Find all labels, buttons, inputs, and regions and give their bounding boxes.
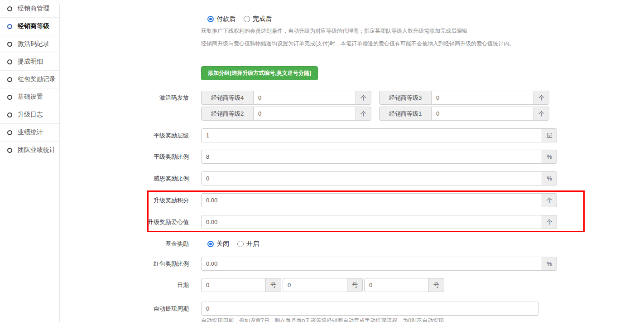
field-label-upgrade-love: 升级奖励爱心值 [128, 215, 189, 229]
add-group-button[interactable]: 添加分组[选择升级方式编号,英文逗号分隔] [201, 66, 318, 80]
upgrade-points-group: 个 [201, 193, 557, 207]
hint-auto-withdraw: 自动提现周期，例如设置7日，则在每月每n天该等级经销商自动完成手动提现流程。为0… [201, 317, 444, 322]
activation-level2-input[interactable] [253, 107, 356, 121]
circle-icon [7, 77, 12, 82]
upgrade-love-input[interactable] [201, 215, 542, 229]
sidebar-item-basic-settings[interactable]: 基础设置 [0, 88, 59, 106]
radio-unchecked-icon[interactable] [244, 16, 250, 22]
addon-level3-label: 经销商等级3 [379, 91, 432, 105]
day-addon: 号 [265, 278, 281, 292]
sidebar: 经销商管理 经销商等级 激活码记录 提成明细 红包奖励记录 基础设置 升级日志 [0, 0, 60, 322]
activation-level1-input[interactable] [431, 107, 534, 121]
sidebar-item-label: 经销商等级 [18, 22, 49, 30]
date-group-3: 号 [364, 278, 444, 292]
field-label-auto-withdraw: 自动提现周期 [128, 302, 189, 316]
radio-label: 关闭 [216, 240, 229, 248]
unit-addon: 个 [542, 215, 557, 229]
sidebar-item-team-performance-stats[interactable]: 团队业绩统计 [0, 141, 59, 159]
radio-option-paid-after[interactable]: 付款后 [207, 15, 235, 23]
date-group-1: 号 [201, 278, 281, 292]
date-group-2: 号 [283, 278, 363, 292]
unit-addon: 个 [533, 107, 549, 121]
date-input-1[interactable] [201, 278, 266, 292]
addon-level1-label: 经销商等级1 [379, 107, 432, 121]
addon-level2-label: 经销商等级2 [201, 107, 254, 121]
radio-checked-icon[interactable] [207, 16, 214, 22]
sidebar-item-label: 红包奖励记录 [18, 75, 56, 83]
sidebar-item-commission-details[interactable]: 提成明细 [0, 53, 59, 71]
sidebar-item-label: 团队业绩统计 [18, 146, 56, 154]
radio-checked-icon[interactable] [207, 241, 214, 247]
gratitude-ratio-group: % [201, 171, 557, 185]
sidebar-item-redpacket-reward-records[interactable]: 红包奖励记录 [0, 71, 59, 88]
peer-ratio-input[interactable] [201, 150, 542, 164]
percent-addon: % [542, 171, 557, 185]
sidebar-item-dealer-management[interactable]: 经销商管理 [0, 0, 59, 18]
radio-label: 付款后 [216, 15, 235, 23]
radio-label: 完成后 [253, 15, 272, 23]
field-label-gratitude-ratio: 感恩奖励比例 [128, 171, 189, 185]
radio-option-open[interactable]: 开启 [237, 240, 259, 248]
activation-group-level3: 经销商等级3 个 [379, 91, 549, 105]
unit-addon: 个 [356, 91, 371, 105]
circle-icon [7, 148, 12, 153]
sidebar-item-upgrade-log[interactable]: 升级日志 [0, 106, 59, 124]
peer-level-group: 层 [201, 128, 557, 142]
date-input-3[interactable] [364, 278, 429, 292]
percent-addon: % [542, 150, 557, 164]
circle-icon [7, 95, 12, 100]
sidebar-item-performance-stats[interactable]: 业绩统计 [0, 124, 59, 141]
circle-icon [7, 59, 12, 64]
activation-group-level4: 经销商等级4 个 [201, 91, 371, 105]
unit-addon: 层 [542, 128, 557, 142]
fund-reward-radio-group: 关闭 开启 [207, 237, 259, 251]
auto-withdraw-group [201, 302, 539, 316]
field-label-peer-level: 平级奖励层级 [128, 128, 189, 142]
activation-group-level2: 经销商等级2 个 [201, 107, 371, 121]
circle-icon [7, 24, 12, 29]
upgrade-love-group: 个 [201, 215, 557, 229]
auto-withdraw-input[interactable] [201, 302, 539, 316]
field-label-upgrade-points: 升级奖励积分 [128, 193, 189, 207]
sidebar-item-label: 激活码记录 [18, 40, 49, 48]
circle-icon [7, 6, 12, 11]
radio-label: 开启 [246, 240, 259, 248]
peer-level-input[interactable] [201, 128, 542, 142]
main-content: 付款后 完成后 获取推广下线权利的会员达到条件，自动升级为对应等级的代理商；指定… [60, 0, 644, 322]
day-addon: 号 [428, 278, 444, 292]
hint-upgrade-condition: 获取推广下线权利的会员达到条件，自动升级为对应等级的代理商；指定某团队等级人数升… [201, 27, 467, 35]
activation-level4-input[interactable] [253, 91, 356, 105]
hint-love-value-note: 经销商升级与爱心值购物赠送均设置为订单完成(支付)时，本笔订单赠送的爱心值有可能… [201, 40, 514, 48]
sidebar-item-label: 升级日志 [18, 111, 43, 119]
peer-ratio-group: % [201, 150, 557, 164]
sidebar-item-label: 业绩统计 [18, 128, 43, 137]
unit-addon: 个 [533, 91, 549, 105]
app-window: 经销商管理 经销商等级 激活码记录 提成明细 红包奖励记录 基础设置 升级日志 [0, 0, 644, 322]
sidebar-item-label: 经销商管理 [18, 5, 49, 13]
circle-icon [7, 112, 12, 117]
sidebar-item-label: 提成明细 [18, 58, 43, 66]
sidebar-item-label: 基础设置 [18, 93, 43, 101]
activation-group-level1: 经销商等级1 个 [379, 107, 549, 121]
field-label-fund-reward: 基金奖励 [128, 237, 189, 251]
unit-addon: 个 [356, 107, 371, 121]
sidebar-item-activation-code-records[interactable]: 激活码记录 [0, 35, 59, 53]
unit-addon: 个 [542, 193, 557, 207]
field-label-date: 日期 [128, 278, 189, 292]
redpacket-ratio-group: % [201, 257, 557, 271]
date-input-2[interactable] [283, 278, 347, 292]
upgrade-points-input[interactable] [201, 193, 542, 207]
sidebar-item-dealer-level[interactable]: 经销商等级 [0, 18, 59, 35]
field-label-peer-ratio: 平级奖励比例 [128, 150, 189, 164]
radio-option-closed[interactable]: 关闭 [207, 240, 229, 248]
day-addon: 号 [347, 278, 363, 292]
addon-level4-label: 经销商等级4 [201, 91, 254, 105]
circle-icon [7, 130, 12, 135]
radio-option-completed-after[interactable]: 完成后 [244, 15, 272, 23]
upgrade-timing-radio-group: 付款后 完成后 [207, 12, 272, 26]
activation-level3-input[interactable] [431, 91, 534, 105]
radio-unchecked-icon[interactable] [237, 241, 244, 247]
redpacket-ratio-input[interactable] [201, 257, 542, 271]
field-label-redpacket-ratio: 红包奖励比例 [128, 257, 189, 271]
gratitude-ratio-input[interactable] [201, 171, 542, 185]
